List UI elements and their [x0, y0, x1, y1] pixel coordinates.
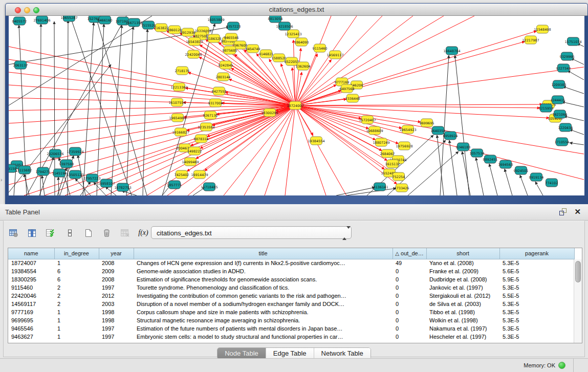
- table-row[interactable]: 1938455462009Genome-wide association stu…: [8, 267, 574, 275]
- network-node[interactable]: 19654985: [169, 114, 186, 122]
- network-node[interactable]: 16053809: [207, 16, 224, 24]
- column-header-short[interactable]: short: [426, 248, 499, 259]
- network-node[interactable]: 11548498: [534, 25, 551, 33]
- network-node[interactable]: 9246183: [456, 143, 471, 151]
- network-node[interactable]: 1794275: [36, 167, 51, 176]
- network-node[interactable]: 1362604: [296, 62, 311, 70]
- network-node[interactable]: 8186328: [207, 34, 222, 42]
- delete-table-icon[interactable]: [119, 227, 130, 238]
- column-header-year[interactable]: year: [99, 248, 134, 259]
- network-node[interactable]: 10655287: [60, 16, 77, 21]
- network-node[interactable]: 6466160: [98, 16, 113, 24]
- network-node[interactable]: 9317004: [208, 99, 223, 107]
- network-node[interactable]: 6958924: [443, 132, 458, 140]
- float-panel-icon[interactable]: [559, 208, 568, 215]
- network-canvas[interactable]: 1872400771638228860128891293422226058982…: [9, 16, 584, 195]
- table-row[interactable]: 1830029562008Estimation of significance …: [8, 275, 574, 283]
- table-row[interactable]: 969969511998Structural magnetic resonanc…: [8, 316, 574, 324]
- network-node[interactable]: 9857771: [167, 181, 182, 189]
- network-node[interactable]: 8813054: [268, 16, 283, 23]
- table-row[interactable]: 911546021997Tourette syndrome. Phenomeno…: [8, 283, 574, 292]
- table-row[interactable]: 946362711997Embryonic stem cells: a mode…: [8, 333, 574, 341]
- network-node[interactable]: 14569117: [326, 51, 343, 59]
- network-node[interactable]: 1710554: [555, 138, 570, 146]
- network-node[interactable]: 19166827: [172, 128, 189, 136]
- delete-icon[interactable]: [101, 227, 112, 238]
- network-node[interactable]: 8215953: [539, 104, 554, 112]
- table-row[interactable]: 2242004622012Investigating the contribut…: [8, 292, 574, 300]
- network-node[interactable]: 752254: [393, 172, 405, 181]
- network-node[interactable]: 8860128: [167, 26, 182, 34]
- select-all-icon[interactable]: [45, 227, 56, 238]
- network-node[interactable]: 2063137: [13, 61, 28, 69]
- tab-edge-table[interactable]: Edge Table: [266, 348, 314, 359]
- table-vertical-scrollbar[interactable]: [574, 259, 582, 343]
- table-row[interactable]: 946554611997Estimation of the future num…: [8, 324, 574, 333]
- network-node[interactable]: 1864093: [294, 38, 309, 46]
- new-file-icon[interactable]: [82, 227, 94, 238]
- network-node[interactable]: 1733426: [395, 184, 409, 192]
- tab-network-table[interactable]: Network Table: [314, 348, 371, 359]
- network-node[interactable]: 12325413: [285, 30, 301, 38]
- network-node[interactable]: 1244415: [551, 96, 565, 104]
- network-node[interactable]: 939159: [9, 164, 16, 172]
- scrollbar-thumb[interactable]: [575, 261, 581, 282]
- column-header-name[interactable]: name: [8, 248, 54, 259]
- network-node[interactable]: 27691406: [33, 16, 50, 24]
- network-node[interactable]: 8405572: [12, 17, 27, 25]
- network-node[interactable]: 6497568: [340, 84, 355, 93]
- network-node[interactable]: 9699695: [420, 119, 434, 127]
- network-node[interactable]: 19218506: [276, 22, 293, 30]
- tab-node-table[interactable]: Node Table: [217, 348, 266, 359]
- network-node[interactable]: 9357223: [226, 22, 241, 30]
- network-node[interactable]: 17359924: [67, 147, 83, 156]
- panel-collapse-arrow[interactable]: ›: [1, 177, 2, 183]
- network-node[interactable]: 7163822: [154, 24, 169, 32]
- network-node[interactable]: 8427552: [212, 87, 227, 95]
- network-node[interactable]: 1209383: [552, 80, 567, 89]
- network-node[interactable]: 9875685: [223, 46, 237, 54]
- show-column-icon[interactable]: [26, 227, 37, 238]
- close-panel-icon[interactable]: ✕: [574, 207, 581, 216]
- network-node[interactable]: 19756928: [396, 142, 412, 150]
- network-node[interactable]: 8878314: [194, 135, 209, 143]
- network-node[interactable]: 9267130: [203, 111, 218, 119]
- network-node[interactable]: 1694563: [498, 160, 513, 168]
- table-settings-icon[interactable]: [8, 227, 19, 238]
- network-node[interactable]: 8892451: [483, 155, 498, 163]
- citation-network-graph[interactable]: 1872400771638228860128891293422226058982…: [9, 16, 584, 195]
- network-node[interactable]: 1220434: [558, 123, 573, 132]
- network-node[interactable]: 2336448: [345, 94, 360, 102]
- window-titlebar[interactable]: citations_edges.txt: [6, 4, 587, 16]
- network-node[interactable]: 1115682: [17, 166, 32, 174]
- network-node[interactable]: 9115460: [313, 44, 328, 52]
- network-node[interactable]: 774102: [546, 179, 558, 187]
- network-node[interactable]: 7515526: [141, 21, 156, 29]
- column-header-pagerank[interactable]: pagerank: [499, 248, 574, 259]
- row-selector-icon[interactable]: [64, 227, 75, 238]
- network-node[interactable]: 1057534: [470, 149, 485, 157]
- network-node[interactable]: 19654923: [399, 125, 416, 134]
- network-node[interactable]: 1615132: [385, 160, 400, 168]
- network-node[interactable]: 16914479: [191, 170, 208, 179]
- network-node[interactable]: 9465546: [224, 33, 239, 41]
- table-row[interactable]: 1456911722003Disruption of a novel membe…: [8, 300, 574, 308]
- memory-status-indicator[interactable]: [558, 362, 565, 369]
- network-node[interactable]: 12213363: [170, 83, 187, 91]
- network-node[interactable]: 9242845: [219, 61, 233, 69]
- network-node[interactable]: 2803144: [216, 73, 231, 81]
- network-node[interactable]: 7425402: [175, 170, 189, 179]
- network-node[interactable]: 19384554: [308, 137, 324, 145]
- network-node[interactable]: 20206576: [47, 149, 63, 158]
- network-node[interactable]: 2718176: [175, 67, 190, 75]
- network-node[interactable]: 12217987: [522, 36, 539, 44]
- network-node[interactable]: 9227343: [556, 64, 571, 72]
- column-header-in_degree[interactable]: in_degree: [54, 248, 99, 259]
- table-row[interactable]: 977716911998Corpus callosum shape and si…: [8, 308, 574, 316]
- network-node[interactable]: 1498222: [187, 147, 202, 155]
- table-row[interactable]: 1872400712008Changes of HCN gene express…: [8, 259, 574, 267]
- function-builder-icon[interactable]: f(x): [138, 227, 149, 238]
- network-node[interactable]: 16648784: [443, 47, 460, 55]
- network-node[interactable]: 8919134: [529, 173, 544, 181]
- network-node[interactable]: 8454749: [246, 45, 260, 53]
